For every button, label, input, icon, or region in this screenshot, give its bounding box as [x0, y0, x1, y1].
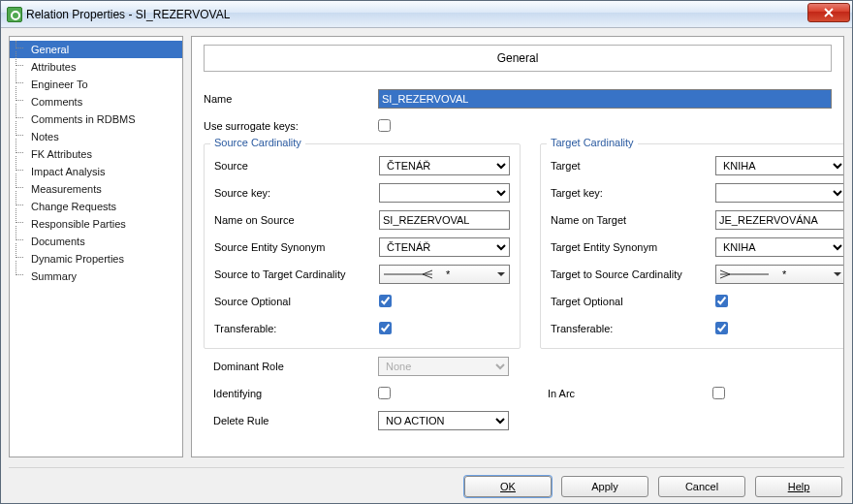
name-input[interactable] [378, 89, 832, 109]
nav-item-change-requests[interactable]: Change Requests [10, 198, 182, 215]
target-cardinality-group: Target Cardinality TargetKNIHA Target ke… [540, 143, 844, 349]
svg-line-2 [423, 274, 432, 278]
delete-rule-select[interactable]: NO ACTION [378, 411, 509, 430]
nav-tree: GeneralAttributesEngineer ToCommentsComm… [9, 36, 183, 457]
name-label: Name [204, 93, 378, 105]
content-panel: General Name Use surrogate keys: Source … [191, 36, 844, 457]
target-entity-label: Target [551, 160, 715, 172]
surrogate-label: Use surrogate keys: [204, 120, 378, 132]
nav-item-general[interactable]: General [10, 41, 182, 58]
target-cardinality-select[interactable]: * [715, 265, 844, 284]
target-key-select[interactable] [715, 183, 844, 203]
target-key-label: Target key: [551, 187, 715, 199]
name-on-source-input[interactable] [379, 210, 510, 230]
cancel-button[interactable]: Cancel [658, 476, 745, 497]
nav-item-engineer-to[interactable]: Engineer To [10, 76, 182, 93]
close-button[interactable] [807, 3, 850, 22]
section-header: General [204, 45, 832, 72]
source-optional-checkbox[interactable] [379, 295, 392, 307]
in-arc-label: In Arc [548, 388, 712, 399]
surrogate-checkbox[interactable] [378, 119, 391, 132]
apply-button[interactable]: Apply [561, 476, 648, 497]
source-transferable-label: Transferable: [214, 323, 379, 334]
source-key-select[interactable] [379, 183, 510, 203]
nav-item-attributes[interactable]: Attributes [10, 58, 182, 76]
target-group-title: Target Cardinality [547, 137, 638, 148]
nav-item-dynamic-properties[interactable]: Dynamic Properties [10, 250, 182, 268]
target-entity-select[interactable]: KNIHA [715, 156, 844, 175]
source-synonym-label: Source Entity Synonym [214, 241, 379, 253]
nav-item-comments-in-rdbms[interactable]: Comments in RDBMS [10, 110, 182, 128]
dialog-window: Relation Properties - SI_REZERVOVAL Gene… [0, 0, 853, 504]
source-group-title: Source Cardinality [210, 137, 305, 148]
nav-item-notes[interactable]: Notes [10, 128, 182, 145]
identifying-checkbox[interactable] [378, 387, 391, 399]
source-cardinality-select[interactable]: * [379, 265, 510, 284]
titlebar[interactable]: Relation Properties - SI_REZERVOVAL [1, 1, 852, 28]
target-card-label: Target to Source Cardinality [551, 268, 715, 280]
source-transferable-checkbox[interactable] [379, 322, 392, 334]
source-synonym-select[interactable]: ČTENÁŘ [379, 237, 510, 257]
target-transferable-checkbox[interactable] [715, 322, 728, 334]
nav-item-fk-attributes[interactable]: FK Attributes [10, 145, 182, 163]
help-button[interactable]: Help [755, 476, 842, 497]
source-cardinality-group: Source Cardinality SourceČTENÁŘ Source k… [204, 143, 521, 349]
app-icon [7, 7, 22, 22]
footer-divider [9, 467, 844, 468]
svg-line-5 [720, 270, 730, 274]
target-optional-label: Target Optional [551, 296, 715, 307]
source-key-label: Source key: [214, 187, 379, 199]
target-synonym-select[interactable]: KNIHA [715, 237, 844, 257]
source-entity-select[interactable]: ČTENÁŘ [379, 156, 510, 175]
ok-button[interactable]: OK [464, 476, 552, 497]
nav-item-responsible-parties[interactable]: Responsible Parties [10, 215, 182, 233]
name-on-target-input[interactable] [715, 210, 844, 230]
dominant-role-select: None [378, 357, 509, 376]
target-synonym-label: Target Entity Synonym [551, 241, 715, 253]
window-title: Relation Properties - SI_REZERVOVAL [26, 8, 807, 21]
nav-item-comments[interactable]: Comments [10, 93, 182, 110]
in-arc-checkbox[interactable] [712, 387, 725, 399]
name-on-target-label: Name on Target [551, 214, 715, 226]
source-entity-label: Source [214, 160, 379, 172]
nav-item-measurements[interactable]: Measurements [10, 180, 182, 198]
source-optional-label: Source Optional [214, 296, 379, 307]
target-transferable-label: Transferable: [551, 323, 715, 334]
svg-line-1 [423, 270, 432, 274]
delete-rule-label: Delete Rule [213, 415, 378, 426]
identifying-label: Identifying [213, 388, 378, 399]
source-card-label: Source to Target Cardinality [214, 268, 379, 280]
footer: OK Apply Cancel Help [1, 470, 852, 503]
svg-line-6 [720, 274, 730, 278]
nav-item-impact-analysis[interactable]: Impact Analysis [10, 163, 182, 180]
dominant-role-label: Dominant Role [213, 361, 378, 372]
target-optional-checkbox[interactable] [715, 295, 728, 307]
nav-item-documents[interactable]: Documents [10, 233, 182, 250]
name-on-source-label: Name on Source [214, 214, 379, 226]
nav-item-summary[interactable]: Summary [10, 268, 182, 285]
